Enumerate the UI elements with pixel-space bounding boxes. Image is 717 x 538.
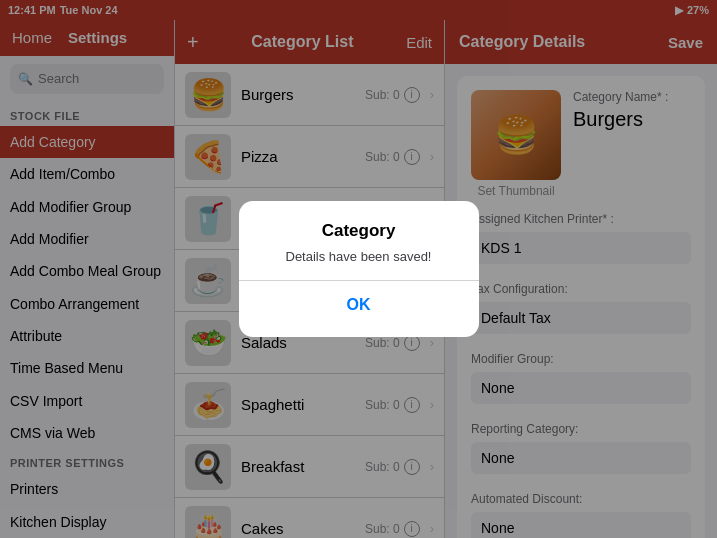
modal-message: Details have been saved! bbox=[255, 249, 463, 264]
modal-ok-button[interactable]: OK bbox=[255, 285, 463, 325]
modal-title: Category bbox=[255, 221, 463, 241]
modal-divider bbox=[239, 280, 479, 281]
modal-overlay: Category Details have been saved! OK bbox=[0, 0, 717, 538]
modal-dialog: Category Details have been saved! OK bbox=[239, 201, 479, 337]
